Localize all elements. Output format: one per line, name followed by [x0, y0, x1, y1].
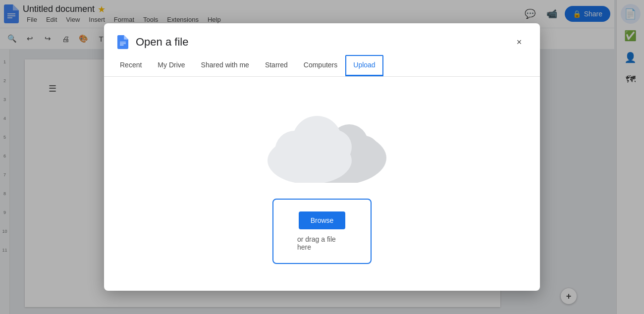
- svg-point-7: [317, 130, 352, 164]
- upload-drop-zone[interactable]: Browse or drag a file here: [272, 199, 372, 264]
- modal-tabs: Recent My Drive Shared with me Starred C…: [104, 55, 540, 77]
- modal-docs-icon: [116, 35, 130, 49]
- tab-upload[interactable]: Upload: [345, 55, 383, 76]
- modal-close-button[interactable]: ×: [510, 33, 528, 51]
- open-file-modal: Open a file × Recent My Drive Shared wit…: [104, 23, 540, 291]
- tab-recent[interactable]: Recent: [112, 55, 150, 76]
- tab-starred[interactable]: Starred: [257, 55, 296, 76]
- browse-button[interactable]: Browse: [299, 211, 346, 229]
- svg-point-3: [349, 136, 379, 165]
- drag-text: or drag a file here: [297, 235, 347, 251]
- tab-computers[interactable]: Computers: [296, 55, 345, 76]
- cloud-illustration: [258, 104, 386, 183]
- tab-my-drive[interactable]: My Drive: [150, 55, 193, 76]
- tab-shared-with-me[interactable]: Shared with me: [193, 55, 257, 76]
- modal-body: Browse or drag a file here: [104, 77, 540, 291]
- modal-header: Open a file ×: [104, 23, 540, 51]
- modal-title: Open a file: [136, 36, 504, 49]
